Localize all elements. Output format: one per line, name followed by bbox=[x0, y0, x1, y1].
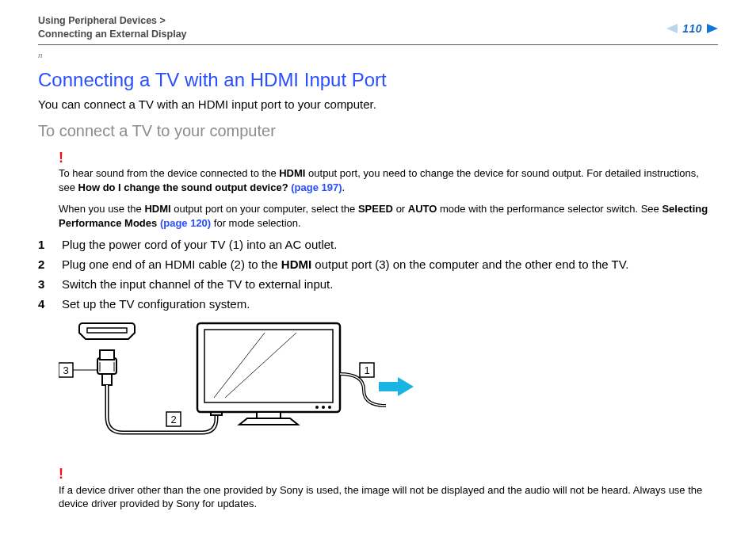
callout-1: 1 bbox=[360, 363, 374, 377]
step-number: 2 bbox=[38, 257, 49, 271]
svg-text:1: 1 bbox=[364, 364, 369, 376]
prev-page-arrow-icon[interactable] bbox=[666, 24, 678, 33]
svg-marker-0 bbox=[666, 24, 678, 33]
svg-point-16 bbox=[328, 406, 331, 409]
svg-text:2: 2 bbox=[170, 414, 176, 425]
step-number: 4 bbox=[38, 297, 49, 311]
power-arrow-icon bbox=[379, 377, 414, 396]
page-120-link[interactable]: (page 120) bbox=[160, 217, 211, 229]
breadcrumb[interactable]: Using Peripheral Devices > Connecting an… bbox=[38, 14, 187, 41]
svg-rect-8 bbox=[102, 374, 112, 385]
sound-output-note: ! To hear sound from the device connecte… bbox=[59, 148, 718, 194]
page-header: Using Peripheral Devices > Connecting an… bbox=[0, 0, 756, 44]
next-page-arrow-icon[interactable] bbox=[707, 24, 718, 33]
step-2: 2 Plug one end of an HDMI cable (2) to t… bbox=[38, 257, 718, 271]
step-text: Plug one end of an HDMI cable (2) to the… bbox=[62, 257, 628, 271]
note2-text: When you use the HDMI output port on you… bbox=[59, 203, 708, 229]
svg-rect-19 bbox=[257, 412, 281, 418]
step-4: 4 Set up the TV configuration system. bbox=[38, 297, 718, 311]
step-1: 1 Plug the power cord of your TV (1) int… bbox=[38, 238, 718, 251]
step-number: 3 bbox=[38, 277, 49, 291]
breadcrumb-line1: Using Peripheral Devices > bbox=[38, 14, 187, 28]
header-divider bbox=[38, 44, 718, 45]
step-text: Set up the TV configuration system. bbox=[62, 297, 250, 311]
warning-icon: ! bbox=[59, 150, 63, 166]
svg-rect-22 bbox=[379, 382, 398, 391]
step-text: Switch the input channel of the TV to ex… bbox=[62, 277, 333, 291]
step-text: Plug the power cord of your TV (1) into … bbox=[62, 238, 337, 251]
svg-point-17 bbox=[322, 406, 325, 409]
page-title: Connecting a TV with an HDMI Input Port bbox=[38, 69, 718, 91]
section-subtitle: To connect a TV to your computer bbox=[38, 122, 718, 140]
svg-rect-15 bbox=[204, 330, 333, 402]
n-marker: n bbox=[38, 50, 718, 59]
breadcrumb-line2: Connecting an External Display bbox=[38, 28, 187, 41]
step-number: 1 bbox=[38, 238, 49, 251]
svg-rect-7 bbox=[100, 350, 114, 360]
callout-3: 3 bbox=[59, 363, 97, 377]
page-content: Connecting a TV with an HDMI Input Port … bbox=[0, 69, 756, 511]
hdmi-plug-icon bbox=[97, 350, 116, 385]
note1-text: To hear sound from the device connected … bbox=[59, 167, 699, 193]
svg-marker-1 bbox=[707, 24, 718, 33]
connection-diagram: 3 2 bbox=[59, 318, 718, 461]
step-3: 3 Switch the input channel of the TV to … bbox=[38, 277, 718, 291]
svg-text:3: 3 bbox=[63, 364, 68, 376]
page-197-link[interactable]: (page 197) bbox=[291, 181, 342, 193]
intro-text: You can connect a TV with an HDMI input … bbox=[38, 97, 718, 111]
warning-icon: ! bbox=[59, 466, 63, 482]
tv-icon bbox=[197, 323, 340, 425]
callout-2: 2 bbox=[166, 412, 181, 426]
svg-point-18 bbox=[315, 406, 319, 409]
steps-list: 1 Plug the power cord of your TV (1) int… bbox=[38, 238, 718, 311]
driver-warning-note: ! If a device driver other than the one … bbox=[59, 464, 718, 510]
page-number: 110 bbox=[682, 22, 702, 35]
performance-mode-note: When you use the HDMI output port on you… bbox=[59, 202, 718, 230]
note3-text: If a device driver other than the one pr… bbox=[59, 484, 702, 510]
svg-marker-23 bbox=[398, 377, 414, 396]
page-nav: 110 bbox=[666, 14, 718, 35]
hdmi-port-icon bbox=[79, 323, 135, 339]
